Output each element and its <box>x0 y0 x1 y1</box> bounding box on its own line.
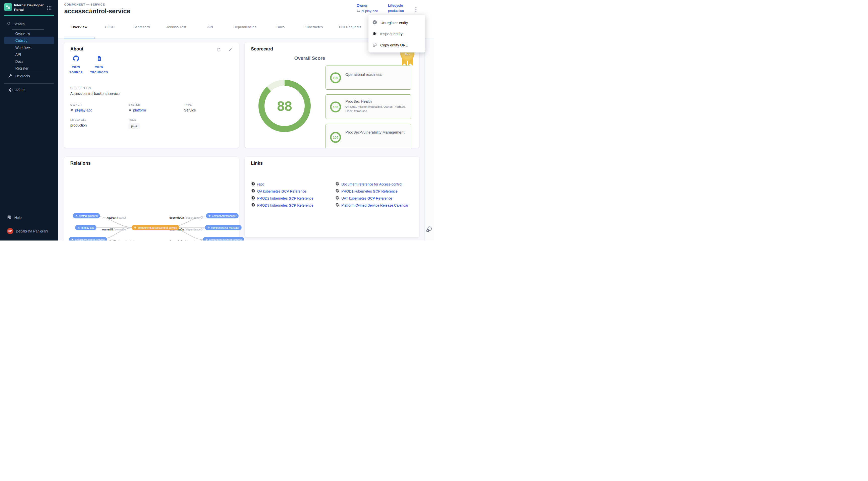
graph-node-api-accesscontrol-service[interactable]: api:accesscontrol-service <box>69 237 107 241</box>
node-label: system:platform <box>79 214 98 217</box>
about-title: About <box>70 46 83 52</box>
description-label: DESCRIPTION <box>70 87 120 90</box>
link-qa-kubernetes[interactable]: QA kubernetes GCP Reference <box>251 189 306 194</box>
bug-icon <box>372 31 377 36</box>
globe-icon <box>335 189 339 194</box>
graph-node-component-manager[interactable]: component:manager <box>206 213 239 218</box>
sidebar-item-devtools[interactable]: DevTools <box>4 72 54 79</box>
link-doc-reference[interactable]: Document reference for Access-control <box>335 182 402 187</box>
sidebar-accent-divider <box>4 15 54 16</box>
refresh-icon[interactable] <box>217 47 221 52</box>
graph-node-pl-play-acc[interactable]: pl-play-acc <box>75 225 96 230</box>
description-field: DESCRIPTION Access control backend servi… <box>70 87 120 96</box>
tab-docs[interactable]: Docs <box>277 25 285 29</box>
node-label: api:accesscontrol-service <box>75 238 105 241</box>
view-techdocs-button[interactable]: VIEW TECHDOCS <box>88 56 110 75</box>
techdocs-icon <box>88 56 110 63</box>
tab-jenkins-test[interactable]: Jenkins Test <box>166 25 186 29</box>
tab-dependencies[interactable]: Dependencies <box>233 25 256 29</box>
scorecard-badge[interactable]: 100 ProdSec Health Q4 Goal, mission impo… <box>326 94 411 119</box>
people-icon <box>70 108 73 112</box>
wrench-icon <box>8 74 12 78</box>
sidebar-item-admin[interactable]: Admin <box>4 86 54 93</box>
edge-label: dependsOn / dependencyOf <box>169 240 204 241</box>
sidebar-user[interactable]: DP Debabrata Panigrahi <box>7 228 48 234</box>
sidebar-item-help[interactable]: Help <box>7 215 22 220</box>
relations-graph[interactable]: system:platform pl-play-acc api:accessco… <box>64 157 239 241</box>
user-name: Debabrata Panigrahi <box>16 229 48 233</box>
apps-grid-icon[interactable] <box>47 5 52 10</box>
tab-kubernetes[interactable]: Kubernetes <box>304 25 323 29</box>
tab-cicd[interactable]: CI/CD <box>105 25 115 29</box>
lifecycle-value[interactable]: production <box>388 9 404 12</box>
tab-pull-requests[interactable]: Pull Requests <box>339 25 362 29</box>
app-logo-icon <box>4 3 12 11</box>
menu-item-label: Inspect entity <box>380 32 402 36</box>
link-release-calendar[interactable]: Platform Owned Service Release Calendar <box>335 203 408 207</box>
badge-score: 100 <box>330 132 341 143</box>
system-value-link[interactable]: platform <box>133 108 146 112</box>
owner-link[interactable]: pl-play-acc <box>362 9 378 13</box>
breadcrumb: COMPONENT — SERVICE <box>64 3 105 6</box>
owner-field: OWNER pl-play-acc <box>70 103 92 112</box>
about-card: About VIEW SOURCE VIEW TECHDOCS DESCRIPT… <box>64 42 239 148</box>
sidebar-item-overview[interactable]: Overview <box>4 30 54 37</box>
entity-context-menu: Unregister entity Inspect entity Copy en… <box>368 15 425 53</box>
owner-value-link[interactable]: pl-play-acc <box>75 108 92 112</box>
globe-icon <box>251 189 255 194</box>
view-source-button[interactable]: VIEW SOURCE <box>65 56 87 75</box>
sidebar-item-label: Register <box>15 66 28 70</box>
node-label: component:manager <box>212 214 236 217</box>
sidebar-item-label: DevTools <box>15 74 30 78</box>
tab-overview[interactable]: Overview <box>71 25 87 29</box>
search-icon <box>7 22 11 26</box>
edit-pencil-icon[interactable] <box>228 47 232 52</box>
link-prod1-kubernetes[interactable]: PROD1 kubernetes GCP Reference <box>335 189 398 194</box>
lifecycle-label: LIFECYCLE <box>70 118 87 121</box>
globe-icon <box>251 182 255 187</box>
people-icon <box>356 9 360 13</box>
sidebar-search[interactable]: Search <box>7 22 25 26</box>
sidebar-item-label: Admin <box>15 88 25 92</box>
globe-icon <box>335 203 339 207</box>
tag-chip[interactable]: java <box>128 123 140 129</box>
chat-bubbles-icon[interactable] <box>426 226 433 232</box>
graph-node-component-ng-manager[interactable]: component:ng-manager <box>205 225 242 230</box>
view-techdocs-label: VIEW TECHDOCS <box>88 65 110 75</box>
node-label: component:accesscontrol-service <box>138 226 177 229</box>
link-prod3-kubernetes[interactable]: PROD3 kubernetes GCP Reference <box>251 203 313 207</box>
tier-label: Tier <box>400 53 414 56</box>
kebab-menu-icon[interactable] <box>413 6 418 13</box>
scorecard-card: Scorecard Overall Score 88 100 Operation… <box>245 42 419 148</box>
sidebar-item-register[interactable]: Register <box>4 65 54 72</box>
link-repo[interactable]: repo <box>251 182 264 187</box>
sidebar-item-catalog[interactable]: Catalog <box>4 37 54 44</box>
tab-scorecard[interactable]: Scorecard <box>133 25 150 29</box>
app-logo[interactable]: Internal Developer Portal <box>4 3 46 12</box>
tab-api[interactable]: API <box>208 25 213 29</box>
scorecard-title: Scorecard <box>251 46 273 52</box>
menu-item-inspect-entity[interactable]: Inspect entity <box>368 28 425 39</box>
overall-score-donut: 88 <box>257 78 312 134</box>
link-label: Document reference for Access-control <box>341 182 402 186</box>
link-prod2-kubernetes[interactable]: PROD2 kubernetes GCP Reference <box>251 196 313 200</box>
favorite-star-icon[interactable]: ★ <box>88 7 93 13</box>
sidebar-item-api[interactable]: API <box>4 51 54 58</box>
graph-node-component-platform-service[interactable]: component:platform-service <box>203 237 244 241</box>
link-label: repo <box>257 182 264 186</box>
sidebar-item-label: Workflows <box>15 46 31 50</box>
menu-item-copy-entity-url[interactable]: Copy entity URL <box>368 40 425 50</box>
link-label: UAT kubernetes GCP Reference <box>341 196 392 200</box>
menu-item-unregister-entity[interactable]: Unregister entity <box>368 18 425 27</box>
graph-node-system-platform[interactable]: system:platform <box>73 213 100 218</box>
tags-label: TAGS <box>128 118 140 121</box>
link-uat-kubernetes[interactable]: UAT kubernetes GCP Reference <box>335 196 392 200</box>
type-field: TYPE Service <box>184 103 196 112</box>
sidebar-item-docs[interactable]: Docs <box>4 58 54 65</box>
scorecard-badge[interactable]: 100 ProdSec-Vulnerability Management <box>326 124 411 148</box>
lifecycle-meta: Lifecycle production <box>388 3 404 12</box>
scorecard-badge[interactable]: 100 Operational readiness <box>326 66 411 90</box>
sidebar-item-workflows[interactable]: Workflows <box>4 44 54 51</box>
badge-title: ProdSec Health <box>345 99 405 104</box>
graph-node-component-accesscontrol-service[interactable]: component:accesscontrol-service <box>132 225 179 230</box>
